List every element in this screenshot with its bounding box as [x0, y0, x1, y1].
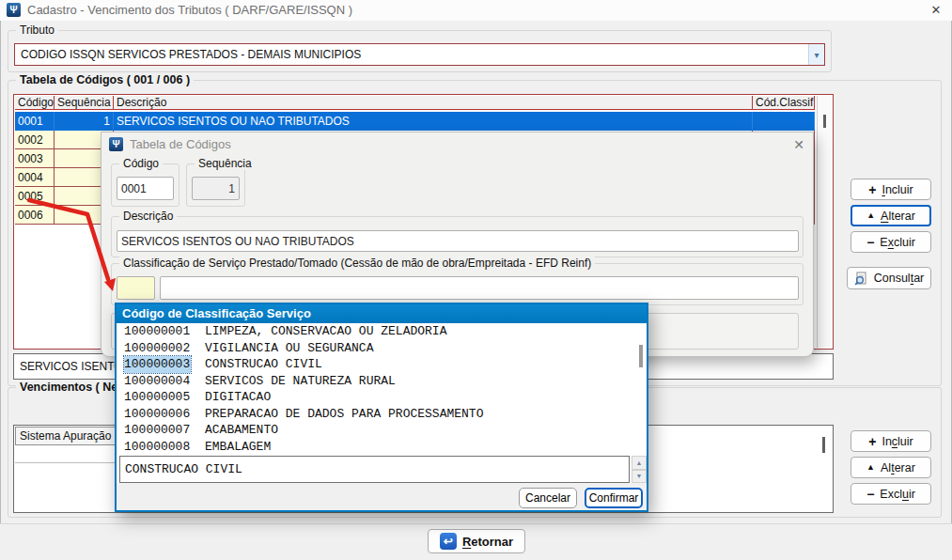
classificacao-desc-field[interactable]	[160, 276, 799, 300]
tributo-dropdown-button[interactable]: ▾	[808, 44, 824, 65]
cell-codigo: 0004	[15, 168, 55, 187]
magnifier-document-icon	[854, 272, 868, 286]
venc-excluir-label: Excluir	[880, 488, 915, 501]
triangle-up-icon: ▲	[866, 463, 875, 472]
cell-classif	[753, 112, 815, 131]
table-row[interactable]: 0001 1 SERVICOS ISENTOS OU NAO TRIBUTADO…	[15, 112, 815, 131]
col-header-classif[interactable]: Cód.Classif.	[753, 96, 815, 110]
table-vertical-scrollbar[interactable]	[817, 96, 832, 348]
tributo-combobox[interactable]: CODIGO ISSQN SERVICOS PRESTADOS - DEMAIS…	[14, 43, 825, 66]
excluir-label: Excluir	[880, 236, 915, 249]
venc-excluir-button[interactable]: − Excluir	[851, 483, 931, 505]
classificacao-list: 100000001LIMPEZA, CONSERVACAO OU ZELADOR…	[117, 323, 647, 455]
cell-codigo: 0001	[15, 112, 55, 131]
classificacao-code-field[interactable]	[117, 276, 155, 300]
cell-sequencia: 1	[55, 112, 114, 131]
cell-codigo: 0006	[15, 206, 55, 225]
incluir-button[interactable]: + Incluir	[851, 179, 931, 200]
codigos-table-header: Código Sequência Descrição Cód.Classif.	[15, 96, 815, 110]
descricao-field[interactable]	[117, 230, 799, 252]
list-item[interactable]: 100000006PREPARACAO DE DADOS PARA PROCES…	[117, 406, 647, 423]
classificacao-desc-input[interactable]	[119, 456, 630, 483]
cell-codigo: 0002	[15, 131, 55, 149]
incluir-label: Incluir	[882, 183, 913, 196]
tributo-combobox-value: CODIGO ISSQN SERVICOS PRESTADOS - DEMAIS…	[15, 48, 808, 61]
popup-scrollbar-thumb[interactable]	[639, 345, 643, 367]
plus-icon: +	[868, 183, 876, 196]
minus-icon: −	[866, 488, 874, 501]
dialog-title: Tabela de Códigos	[130, 132, 231, 157]
triangle-up-icon: ▲	[866, 211, 875, 220]
main-window: Ψ Cadastro - Vencimento dos Tributos ( D…	[0, 0, 952, 560]
col-header-descricao[interactable]: Descrição	[114, 96, 753, 110]
descricao-label: Descrição	[119, 210, 177, 223]
return-arrow-icon: ↩	[440, 533, 457, 550]
cell-codigo: 0005	[15, 187, 55, 206]
main-titlebar: Ψ Cadastro - Vencimento dos Tributos ( D…	[0, 0, 952, 21]
empty-row-cell	[15, 445, 116, 463]
spin-down-icon[interactable]: ▼	[632, 470, 647, 484]
sequencia-label: Sequência	[195, 157, 256, 170]
col-header-sistema-apuracao[interactable]: Sistema Apuração	[15, 427, 116, 445]
list-item[interactable]: 100000007ACABAMENTO	[117, 422, 647, 439]
tabela-codigos-title: Tabela de Códigos ( 001 / 006 )	[16, 73, 194, 86]
app-logo-icon: Ψ	[7, 3, 21, 17]
consultar-button[interactable]: Consultar	[847, 267, 931, 289]
minus-icon: −	[866, 236, 874, 249]
venc-incluir-label: Incluir	[882, 435, 913, 448]
excluir-button[interactable]: − Excluir	[851, 231, 931, 253]
tributo-label: Tributo	[16, 23, 58, 37]
descricao-group: Descrição	[111, 216, 804, 257]
codigo-group: Código	[111, 163, 179, 207]
popup-footer: Cancelar Confirmar	[117, 483, 647, 510]
alterar-label: Alterar	[881, 210, 915, 223]
popup-title: Código de Classificação Serviço	[117, 304, 647, 323]
bottom-bar: ↩ Retornar	[0, 523, 952, 560]
list-item[interactable]: 100000008EMBALAGEM	[117, 439, 647, 456]
col-header-codigo[interactable]: Código	[15, 96, 55, 110]
cell-codigo: 0003	[15, 149, 55, 168]
list-item-selected[interactable]: 100000003CONSTRUCAO CIVIL	[117, 356, 647, 373]
classificacao-label: Classificação de Serviço Prestado/Tomado…	[119, 257, 595, 270]
tributo-group: Tributo CODIGO ISSQN SERVICOS PRESTADOS …	[8, 30, 832, 72]
window-title: Cadastro - Vencimento dos Tributos ( DAR…	[27, 0, 352, 21]
sequencia-field	[192, 177, 240, 200]
codigo-label: Código	[119, 157, 163, 170]
col-header-sequencia[interactable]: Sequência	[55, 96, 114, 110]
retornar-button[interactable]: ↩ Retornar	[428, 529, 525, 553]
consultar-label: Consultar	[874, 272, 925, 285]
sequencia-group: Sequência	[186, 163, 245, 207]
list-item[interactable]: 100000002VIGILANCIA OU SEGURANCA	[117, 340, 647, 357]
spinner-control[interactable]: ▲ ▼	[632, 456, 647, 483]
cancelar-button[interactable]: Cancelar	[519, 488, 577, 508]
spin-up-icon[interactable]: ▲	[632, 456, 647, 470]
classificacao-group: Classificação de Serviço Prestado/Tomado…	[111, 263, 804, 305]
plus-icon: +	[868, 435, 876, 448]
chevron-down-icon: ▾	[814, 50, 819, 60]
list-item[interactable]: 100000001LIMPEZA, CONSERVACAO OU ZELADOR…	[117, 323, 647, 340]
scrollbar-thumb[interactable]	[823, 115, 826, 128]
cell-descricao: SERVICOS ISENTOS OU NAO TRIBUTADOS	[114, 112, 753, 131]
dialog-logo-icon: Ψ	[109, 137, 123, 151]
codigo-field[interactable]	[117, 177, 174, 200]
list-item[interactable]: 100000004SERVICOS DE NATUREZA RURAL	[117, 373, 647, 390]
retornar-label: Retornar	[462, 535, 513, 549]
venc-alterar-label: Alterar	[881, 461, 915, 474]
confirmar-button[interactable]: Confirmar	[585, 488, 643, 508]
alterar-button[interactable]: ▲ Alterar	[851, 205, 931, 226]
window-close-icon[interactable]: ✕	[924, 0, 948, 21]
scrollbar-thumb[interactable]	[822, 437, 825, 453]
venc-incluir-button[interactable]: + Incluir	[851, 430, 931, 452]
list-item[interactable]: 100000005DIGITACAO	[117, 389, 647, 406]
venc-alterar-button[interactable]: ▲ Alterar	[851, 457, 931, 478]
classificacao-servico-popup: Código de Classificação Serviço 10000000…	[115, 303, 648, 512]
dialog-close-icon[interactable]: ✕	[787, 132, 811, 157]
